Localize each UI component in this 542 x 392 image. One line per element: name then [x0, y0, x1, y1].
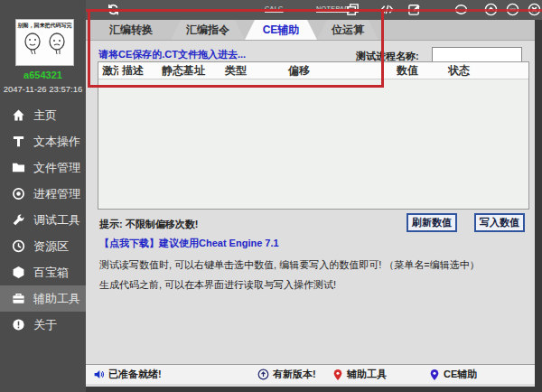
sidebar-item-label: 百宝箱 — [33, 265, 69, 281]
col-static-base[interactable]: 静态基址 — [158, 63, 221, 79]
sidebar-item-about[interactable]: 关于 — [0, 312, 86, 338]
recycle-icon[interactable] — [107, 3, 120, 16]
tab-asm-instruction[interactable]: 汇编指令 — [171, 20, 245, 40]
toolbox-icon — [12, 292, 25, 305]
ct-drop-hint: 请将CE保存的.CT文件拖入进去... — [98, 48, 246, 61]
titlebar: CALC NOTEPAD — [86, 0, 542, 20]
sidebar-item-resources[interactable]: 资源区 — [0, 233, 86, 259]
close-circle-icon[interactable] — [528, 3, 541, 16]
face-icon — [48, 33, 66, 56]
tab-ce-helper[interactable]: CE辅助 — [245, 20, 317, 40]
sidebar-item-debug-tools[interactable]: 调试工具 — [0, 207, 86, 233]
status-version-label: 有新版本! — [273, 368, 316, 381]
sidebar-item-label: 辅助工具 — [33, 291, 80, 307]
text-icon — [12, 135, 25, 148]
status-submodule-label: CE辅助 — [444, 368, 477, 381]
status-ready-label: 已准备就绪! — [108, 368, 162, 381]
col-description[interactable]: 描述 — [118, 63, 158, 79]
app-window: 别闹，回来把代码写完 a654321 2047-11-26 23:57:16 主… — [0, 0, 542, 392]
sidebar-item-aux-tools[interactable]: 辅助工具 — [0, 285, 86, 312]
sidebar-item-label: 文件管理 — [33, 160, 80, 176]
minimize-circle-icon[interactable] — [506, 3, 519, 16]
avatar-meme-faces — [16, 30, 73, 56]
usage-hint-2: 生成代码之前, 可以在本界面进行读取与写入操作测试! — [99, 278, 336, 292]
tab-asm-convert[interactable]: 汇编转换 — [91, 20, 171, 40]
process-name-input[interactable] — [432, 47, 522, 62]
address-table[interactable]: 激活 描述 静态基址 类型 偏移 数值 状态 — [98, 61, 529, 210]
update-circle-icon — [257, 369, 269, 380]
col-value[interactable]: 数值 — [393, 63, 444, 79]
calc-link[interactable]: CALC — [265, 5, 284, 12]
pin-red-icon — [332, 369, 343, 381]
sidebar-item-label: 调试工具 — [33, 212, 80, 229]
sidebar-menu: 主页 文本操作 文件管理 进程管理 调试工具 资源区 — [0, 102, 86, 338]
clock-icon — [12, 239, 25, 253]
write-values-button[interactable]: 写入数值 — [474, 213, 525, 232]
arrow-up-circle-icon[interactable] — [484, 3, 498, 16]
tab-bit-ops[interactable]: 位运算 — [317, 20, 378, 40]
notepad-link[interactable]: NOTEPAD — [316, 5, 350, 12]
face-icon — [23, 33, 42, 56]
refresh-values-button[interactable]: 刷新数值 — [406, 213, 457, 232]
wrench-icon — [12, 213, 25, 227]
info-icon — [12, 318, 25, 331]
col-type[interactable]: 类型 — [221, 63, 285, 79]
table-header-row: 激活 描述 静态基址 类型 偏移 数值 状态 — [98, 62, 528, 79]
sidebar-item-treasure-box[interactable]: 百宝箱 — [0, 259, 86, 285]
offset-tip: 提示: 不限制偏移次数! — [99, 218, 198, 231]
sidebar-item-label: 文本操作 — [33, 134, 80, 150]
sidebar-item-label: 关于 — [33, 317, 57, 333]
sidebar-item-process-mgmt[interactable]: 进程管理 — [0, 181, 86, 207]
download-link[interactable]: 【点我下载】建议使用Cheat Engine 7.1 — [99, 237, 279, 250]
avatar[interactable]: 别闹，回来把代码写完 — [15, 19, 74, 66]
layers-icon[interactable] — [346, 3, 360, 16]
status-ready: 已准备就绪! — [93, 368, 162, 381]
sidebar-item-label: 主页 — [33, 107, 57, 124]
speaker-icon — [93, 369, 105, 380]
edit-icon[interactable] — [407, 3, 421, 16]
code-icon[interactable] — [380, 3, 394, 16]
col-offset[interactable]: 偏移 — [285, 63, 393, 79]
main-panel: 汇编转换 汇编指令 CE辅助 位运算 请将CE保存的.CT文件拖入进去... 测… — [86, 20, 535, 387]
home-icon — [12, 108, 25, 122]
chat-icon[interactable] — [454, 3, 468, 16]
hexagon-icon — [12, 266, 25, 279]
pin-blue-icon — [429, 369, 440, 381]
status-module: 辅助工具 — [332, 368, 387, 381]
sidebar-item-file-mgmt[interactable]: 文件管理 — [0, 154, 86, 181]
folder-icon — [12, 161, 25, 174]
sidebar: 别闹，回来把代码写完 a654321 2047-11-26 23:57:16 主… — [0, 0, 86, 392]
tabbar: 汇编转换 汇编指令 CE辅助 位运算 — [86, 20, 535, 41]
status-new-version[interactable]: 有新版本! — [257, 368, 316, 381]
sidebar-item-home[interactable]: 主页 — [0, 102, 86, 128]
table-body-empty[interactable] — [98, 79, 528, 210]
col-status[interactable]: 状态 — [444, 63, 528, 79]
usage-hint-1: 测试读写数值时, 可以右键单击选中数值, 编辑要写入的数值即可! （菜单名=编辑… — [99, 258, 480, 272]
status-submodule: CE辅助 — [429, 368, 477, 381]
status-module-label: 辅助工具 — [347, 368, 387, 381]
process-icon — [12, 187, 25, 201]
sidebar-item-text-ops[interactable]: 文本操作 — [0, 128, 86, 154]
col-activate[interactable]: 激活 — [98, 63, 118, 79]
datetime: 2047-11-26 23:57:16 — [0, 84, 86, 94]
statusbar: 已准备就绪! 有新版本! 辅助工具 CE辅助 — [86, 364, 535, 384]
username: a654321 — [0, 70, 86, 80]
sidebar-item-label: 进程管理 — [33, 186, 80, 202]
avatar-caption: 别闹，回来把代码写完 — [16, 20, 73, 30]
sidebar-item-label: 资源区 — [33, 238, 69, 255]
